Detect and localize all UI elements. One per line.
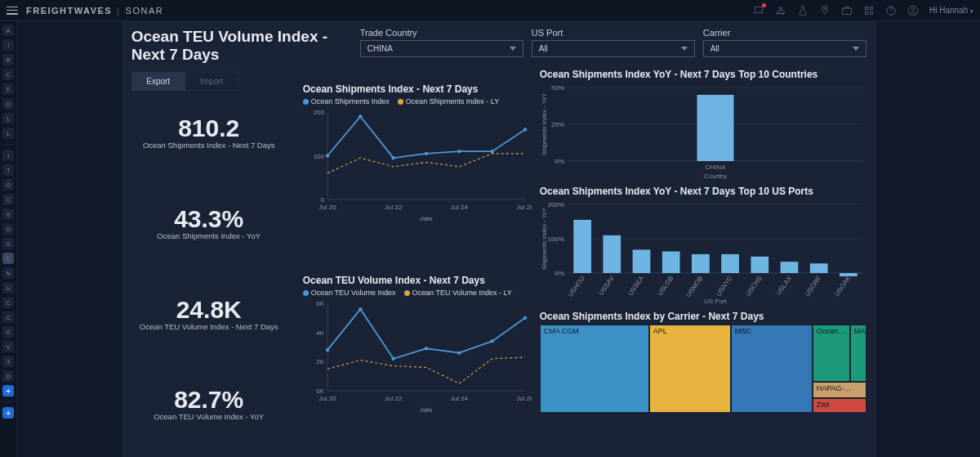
svg-rect-1 bbox=[843, 8, 852, 15]
treemap-cell[interactable]: CMA CGM bbox=[540, 325, 649, 413]
chart-carrier-treemap: Ocean Shipments Index by Carrier - Next … bbox=[540, 311, 866, 413]
svg-point-0 bbox=[824, 7, 826, 9]
treemap-cell[interactable]: APL bbox=[649, 325, 731, 413]
filter-label-trade-country: Trade Country bbox=[360, 28, 523, 38]
page-title: Ocean TEU Volume Index - Next 7 Days bbox=[131, 28, 352, 64]
svg-text:US Port: US Port bbox=[704, 298, 728, 305]
svg-text:0%: 0% bbox=[555, 270, 564, 277]
svg-text:USOAK: USOAK bbox=[833, 274, 853, 298]
svg-text:USLGB: USLGB bbox=[656, 275, 675, 297]
svg-text:Jul 26: Jul 26 bbox=[516, 204, 532, 211]
svg-point-8 bbox=[911, 7, 915, 11]
svg-text:100: 100 bbox=[313, 152, 324, 159]
svg-text:USHOU: USHOU bbox=[566, 274, 586, 298]
rail-add-button[interactable]: + bbox=[2, 407, 14, 419]
select-trade-country[interactable]: CHINA bbox=[360, 40, 523, 57]
user-menu[interactable]: Hi Hannah ▾ bbox=[929, 6, 973, 15]
rail-item[interactable]: D bbox=[2, 370, 14, 382]
app-grid-icon[interactable] bbox=[863, 5, 875, 16]
svg-text:USSEA: USSEA bbox=[626, 274, 645, 297]
treemap-cell[interactable]: ZIM bbox=[813, 398, 866, 413]
rail-item[interactable]: 6 bbox=[2, 208, 14, 220]
notifications-icon[interactable] bbox=[753, 5, 764, 16]
rail-item[interactable]: R bbox=[2, 54, 14, 65]
svg-text:Jul 22: Jul 22 bbox=[385, 204, 403, 211]
pin-icon[interactable] bbox=[819, 5, 831, 16]
svg-point-38 bbox=[359, 307, 362, 311]
svg-point-21 bbox=[391, 156, 394, 159]
rail-item[interactable]: L bbox=[2, 113, 14, 124]
rail-item[interactable]: T bbox=[2, 164, 14, 176]
rail-item[interactable]: C bbox=[2, 194, 14, 205]
svg-rect-76 bbox=[780, 262, 798, 273]
svg-point-42 bbox=[490, 339, 493, 343]
svg-text:Jul 26: Jul 26 bbox=[516, 395, 532, 402]
svg-text:date: date bbox=[420, 215, 433, 222]
chart-yoy-countries: Ocean Shipments Index YoY - Next 7 Days … bbox=[540, 69, 866, 182]
kpi: 24.8KOcean TEU Volume Index - Next 7 Day… bbox=[131, 296, 287, 331]
svg-point-40 bbox=[425, 347, 428, 350]
rail-item[interactable]: N bbox=[2, 267, 14, 279]
svg-rect-62 bbox=[573, 220, 591, 273]
select-us-port[interactable]: All bbox=[532, 40, 695, 57]
svg-text:Jul 24: Jul 24 bbox=[450, 395, 468, 402]
user-avatar-icon[interactable] bbox=[907, 5, 919, 16]
treemap-cell[interactable]: HAPAG-… bbox=[813, 382, 866, 398]
rail-item[interactable]: C bbox=[2, 297, 14, 308]
rail-item[interactable]: I bbox=[2, 39, 14, 51]
ship-icon[interactable] bbox=[775, 5, 786, 16]
help-icon[interactable] bbox=[885, 5, 897, 16]
rail-item[interactable]: O bbox=[2, 326, 14, 338]
rail-item[interactable]: C bbox=[2, 311, 14, 323]
svg-point-25 bbox=[523, 128, 527, 131]
svg-rect-74 bbox=[751, 257, 768, 273]
svg-point-41 bbox=[457, 351, 461, 354]
chart-shipments-line: Ocean Shipments Index - Next 7 Days Ocea… bbox=[303, 83, 532, 270]
rail-item[interactable]: U bbox=[2, 282, 14, 293]
select-carrier[interactable]: All bbox=[703, 40, 866, 57]
rail-add-button[interactable]: + bbox=[2, 385, 14, 397]
svg-text:0: 0 bbox=[320, 196, 324, 204]
svg-text:USSAV: USSAV bbox=[597, 274, 616, 296]
svg-text:2K: 2K bbox=[316, 358, 324, 365]
rail-item[interactable]: 3 bbox=[2, 356, 14, 367]
rail-item[interactable]: O bbox=[2, 223, 14, 235]
svg-rect-64 bbox=[603, 235, 621, 272]
svg-text:100%: 100% bbox=[547, 235, 564, 243]
svg-point-43 bbox=[523, 316, 527, 319]
chart-yoy-ports: Ocean Shipments Index YoY - Next 7 Days … bbox=[540, 186, 866, 307]
briefcase-icon[interactable] bbox=[841, 5, 853, 16]
svg-text:25%: 25% bbox=[551, 121, 564, 128]
kpi-column: 810.2Ocean Shipments Index - Next 7 Days… bbox=[131, 87, 295, 449]
svg-text:50%: 50% bbox=[551, 84, 564, 92]
svg-point-22 bbox=[425, 151, 428, 155]
flask-icon[interactable] bbox=[797, 5, 808, 16]
svg-rect-3 bbox=[870, 7, 873, 10]
rail-item[interactable]: O bbox=[2, 98, 14, 110]
svg-point-23 bbox=[457, 150, 461, 153]
rail-item[interactable]: C bbox=[2, 253, 14, 264]
chevron-down-icon bbox=[853, 47, 859, 51]
rail-item[interactable]: C bbox=[2, 69, 14, 80]
svg-rect-78 bbox=[810, 263, 828, 273]
chevron-down-icon bbox=[681, 47, 688, 51]
svg-text:4K: 4K bbox=[316, 329, 324, 337]
rail-item[interactable]: V bbox=[2, 341, 14, 352]
menu-icon[interactable] bbox=[7, 7, 18, 15]
treemap-cell[interactable]: Ocean… bbox=[813, 325, 850, 382]
rail-item[interactable]: O bbox=[2, 179, 14, 190]
rail-item[interactable]: A bbox=[2, 25, 14, 36]
svg-point-37 bbox=[326, 348, 329, 352]
rail-item[interactable]: S bbox=[2, 238, 14, 249]
treemap-cell[interactable]: MA bbox=[850, 325, 866, 382]
svg-rect-66 bbox=[632, 249, 650, 273]
svg-text:0%: 0% bbox=[555, 158, 564, 165]
svg-text:CHINA: CHINA bbox=[705, 164, 726, 171]
rail-item[interactable]: I bbox=[2, 150, 14, 161]
rail-item[interactable]: L bbox=[2, 128, 14, 139]
kpi: 810.2Ocean Shipments Index - Next 7 Days bbox=[131, 114, 287, 150]
svg-text:USMOB: USMOB bbox=[684, 275, 704, 298]
treemap-cell[interactable]: MSC bbox=[731, 325, 813, 413]
chevron-down-icon bbox=[510, 47, 516, 51]
rail-item[interactable]: F bbox=[2, 83, 14, 95]
